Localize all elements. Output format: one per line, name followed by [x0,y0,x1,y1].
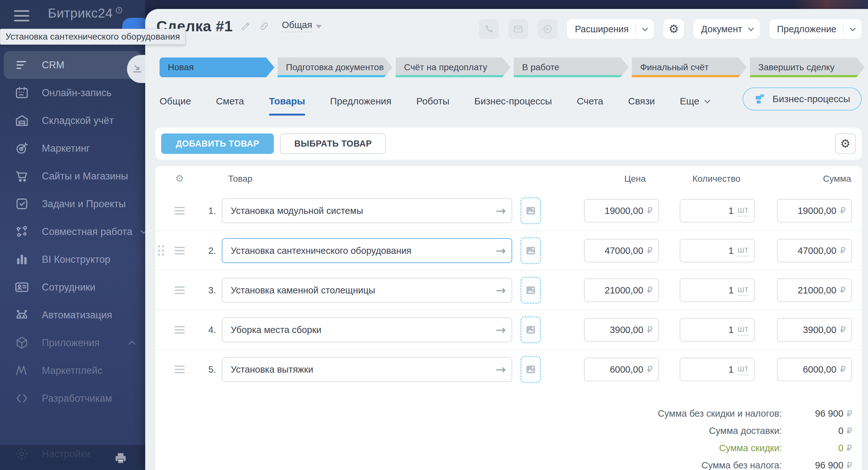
price-value: 19000,00 [605,206,643,216]
price-input[interactable]: 6000,00₽ [584,358,659,381]
price-input[interactable]: 21000,00₽ [584,278,659,302]
product-name-input[interactable]: Установка вытяжки→ [222,357,512,382]
sum-input[interactable]: 21000,00₽ [777,278,852,302]
price-input[interactable]: 47000,00₽ [584,239,659,262]
gear-icon: ⚙ [669,23,679,35]
sidebar-item-apps[interactable]: Приложения [0,329,145,357]
stage-in-progress[interactable]: В работе [514,57,629,77]
select-product-button[interactable]: ВЫБРАТЬ ТОВАР [280,134,386,154]
logo-text: Битрикс24 [48,6,113,21]
stage-new[interactable]: Новая [160,57,274,77]
price-input[interactable]: 3900,00₽ [584,318,659,342]
sidebar-item-developers[interactable]: Разработчикам [0,384,145,412]
edit-pencil-icon[interactable] [240,21,251,32]
columns-settings-icon[interactable]: ⚙ [175,174,184,183]
product-name-input[interactable]: Установка сантехнического оборудования→ [222,238,512,263]
drag-handle[interactable] [175,247,185,255]
tab-products[interactable]: Товары [269,91,305,116]
sidebar-item-inventory[interactable]: Складской учёт [0,107,145,135]
table-settings-button[interactable]: ⚙ [835,134,856,154]
stage-close-deal[interactable]: Завершить сделку [750,57,865,77]
open-product-arrow-icon[interactable]: → [496,363,506,376]
product-name-input[interactable]: Установка каменной столещницы→ [222,278,512,303]
sidebar-item-sites-stores[interactable]: Сайты и Магазины [0,162,145,190]
menu-toggle-button[interactable] [14,10,29,21]
drag-dots-handle[interactable] [158,245,164,256]
open-product-arrow-icon[interactable]: → [496,244,506,257]
sidebar-item-collaboration[interactable]: Совместная работа [0,218,145,245]
discount-link[interactable]: Сумма скидки: [719,443,782,453]
quantity-input[interactable]: 1шт [680,278,755,302]
product-name: Установка каменной столещницы [231,285,375,296]
chat-exchange-button[interactable] [538,19,558,39]
quantity-input[interactable]: 1шт [680,239,755,262]
call-button[interactable] [479,19,499,39]
tab-robots[interactable]: Роботы [416,91,449,116]
unit-label[interactable]: шт [738,245,748,256]
extensions-button[interactable]: Расширения [567,19,654,39]
open-product-arrow-icon[interactable]: → [496,324,506,336]
sidebar-item-automation[interactable]: Автоматизация [0,301,145,329]
drag-handle[interactable] [175,286,185,294]
unit-label[interactable]: шт [738,324,748,335]
quantity-input[interactable]: 1шт [680,358,755,381]
product-image-placeholder[interactable] [521,356,541,383]
tab-more-label: Еще [680,96,699,107]
quantity-input[interactable]: 1шт [680,318,755,342]
total-value: 0 [838,443,843,453]
sum-input[interactable]: 19000,00₽ [777,199,852,223]
desktop-background-edge [792,0,868,9]
product-name-input[interactable]: Уборка места сборки→ [222,317,512,342]
drag-handle[interactable] [175,326,185,334]
price-input[interactable]: 19000,00₽ [584,199,659,223]
sum-input[interactable]: 47000,00₽ [777,239,852,262]
email-button[interactable] [508,19,528,39]
product-image-placeholder[interactable] [521,316,541,343]
drag-handle[interactable] [175,365,185,373]
chat-exchange-icon [542,24,553,34]
tab-general[interactable]: Общие [160,91,191,116]
sidebar-item-online-booking[interactable]: Онлайн-запись [0,79,145,107]
add-product-button[interactable]: ДОБАВИТЬ ТОВАР [161,134,274,154]
pipeline-selector[interactable]: Общая [282,20,322,32]
open-product-arrow-icon[interactable]: → [496,205,506,217]
offer-button[interactable]: Предложение [769,19,862,39]
apps-box-icon [15,335,29,350]
sidebar-item-marketing[interactable]: Маркетинг [0,135,145,162]
drag-handle[interactable] [175,207,185,214]
tab-estimate[interactable]: Смета [216,91,244,116]
stage-final-invoice[interactable]: Финальный счёт [632,57,747,77]
sidebar-item-marketplace[interactable]: Маркетплейс [0,357,145,384]
product-name-input[interactable]: Установка модульной системы→ [222,198,512,223]
unit-label[interactable]: шт [738,285,748,296]
product-image-placeholder[interactable] [521,277,541,304]
unit-label[interactable]: шт [738,205,748,216]
phone-icon [484,24,494,34]
tab-offers[interactable]: Предложения [330,91,391,116]
tab-invoices[interactable]: Счета [577,91,603,116]
tab-more[interactable]: Еще [680,91,708,116]
tab-links[interactable]: Связи [628,91,655,116]
sum-input[interactable]: 6000,00₽ [777,358,852,381]
sidebar-item-crm[interactable]: CRM [4,51,142,79]
product-image-placeholder[interactable] [521,197,541,224]
sidebar-item-employees[interactable]: Сотрудники [0,273,145,301]
printer-icon[interactable] [114,451,127,465]
sidebar-item-bi-builder[interactable]: BI Конструктор [0,245,145,273]
open-product-arrow-icon[interactable]: → [496,284,506,296]
product-image-placeholder[interactable] [521,237,541,264]
total-line-subtotal: Сумма без скидки и налогов: 96 900₽ [578,405,852,422]
copy-link-icon[interactable] [259,21,270,32]
pipeline-name: Общая [282,20,312,32]
crm-icon [15,58,29,72]
tab-business-processes[interactable]: Бизнес-процессы [474,91,552,116]
sidebar-item-tasks-projects[interactable]: Задачи и Проекты [0,190,145,218]
document-button[interactable]: Документ [693,19,760,39]
unit-label[interactable]: шт [738,364,748,375]
business-processes-button[interactable]: Бизнес-процессы [743,87,862,111]
stage-prepay-invoice[interactable]: Счёт на предоплату [396,57,510,77]
sum-input[interactable]: 3900,00₽ [777,318,852,342]
stage-docs[interactable]: Подготовка документов [278,57,393,77]
quantity-input[interactable]: 1шт [680,199,755,223]
settings-button[interactable]: ⚙ [663,19,684,39]
